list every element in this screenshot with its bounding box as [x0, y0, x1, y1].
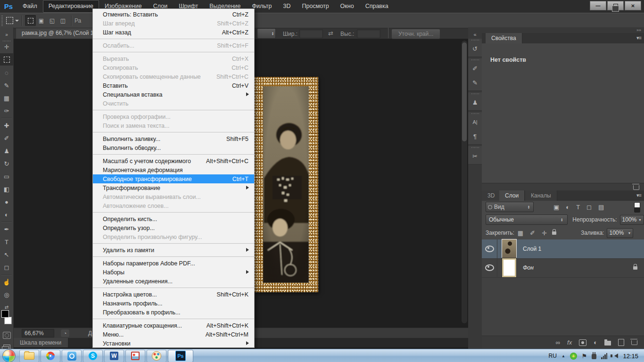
menu-edit[interactable]: Редактирование	[43, 0, 99, 13]
power-icon[interactable]	[592, 354, 596, 359]
lock-transparency-icon[interactable]: ▦	[518, 230, 523, 237]
start-button[interactable]	[2, 349, 16, 362]
brush-panel-icon[interactable]: ✐	[468, 61, 482, 75]
tool-preset-picker[interactable]	[6, 17, 19, 24]
menu-item-adobe-pdf-presets[interactable]: Наборы параметров Adobe PDF...	[93, 259, 254, 268]
canvas-vertical-scrollbar[interactable]	[462, 41, 467, 323]
lock-pixels-icon[interactable]: ✐	[530, 230, 535, 237]
brush-presets-icon[interactable]: ✎	[468, 75, 482, 90]
layer-thumbnail[interactable]	[502, 239, 516, 258]
refine-edge-button[interactable]: Уточн. край...	[391, 29, 440, 39]
menu-item-cut[interactable]: ВырезатьCtrl+X	[93, 54, 254, 63]
menu-item-paste[interactable]: ВставитьCtrl+V	[93, 81, 254, 90]
taskbar-chrome[interactable]	[41, 350, 60, 362]
taskbar-skype[interactable]: S	[83, 350, 103, 362]
layer-name[interactable]: Слой 1	[523, 246, 541, 252]
menu-window[interactable]: Окно	[335, 0, 360, 13]
minimize-button[interactable]: —	[590, 1, 606, 10]
link-layers-icon[interactable]: ∞	[556, 339, 560, 346]
clock[interactable]: 12:15	[623, 353, 638, 360]
tool-rectangular-marquee[interactable]	[0, 53, 13, 66]
history-panel-button[interactable]: ↺	[468, 39, 482, 57]
taskbar-photoshop[interactable]: Ps	[168, 350, 193, 362]
menu-item-auto-align[interactable]: Автоматически выравнивать слои...	[93, 192, 254, 201]
tool-dodge[interactable]: ◐	[0, 208, 13, 221]
layer-row-layer1[interactable]: Слой 1	[482, 239, 644, 259]
tab-properties[interactable]: Свойства	[486, 33, 522, 43]
menu-item-keyboard-shortcuts[interactable]: Клавиатурные сокращения...Alt+Shift+Ctrl…	[93, 321, 254, 330]
menu-item-clear[interactable]: Очистить	[93, 99, 254, 108]
paragraph-panel-icon[interactable]: ¶	[468, 129, 482, 143]
menu-item-copy-merged[interactable]: Скопировать совмещенные данныеShift+Ctrl…	[93, 72, 254, 81]
filter-shape-icon[interactable]: ◻	[586, 204, 592, 211]
layer-row-background[interactable]: Фон	[482, 258, 644, 278]
tab-channels[interactable]: Каналы	[525, 190, 557, 201]
network-icon[interactable]	[601, 353, 607, 359]
zoom-level-field[interactable]: 66,67%	[22, 329, 54, 337]
lock-position-icon[interactable]: ✛	[542, 230, 547, 237]
dock-collapse-icon[interactable]: »»	[482, 27, 644, 33]
selection-mode-add[interactable]: ▣	[36, 15, 47, 26]
menu-item-presets[interactable]: Наборы	[93, 268, 254, 277]
lock-all-icon[interactable]	[552, 231, 556, 235]
restore-button[interactable]	[607, 1, 624, 10]
add-mask-icon[interactable]	[579, 339, 586, 346]
document-tab[interactable]: рамка.jpg @ 66,7% (Слой 1	[16, 27, 100, 39]
tool-eyedropper[interactable]: ✑	[0, 105, 13, 117]
tool-pen[interactable]: ✒	[0, 223, 13, 235]
tool-move[interactable]: ✛	[0, 41, 13, 53]
visibility-toggle[interactable]	[482, 239, 497, 258]
filter-adjustment-icon[interactable]: ◐	[566, 204, 570, 211]
menu-item-fill[interactable]: Выполнить заливку...Shift+F5	[93, 134, 254, 143]
panel-menu-icon[interactable]: ▾≡	[636, 192, 641, 198]
hidden-icons-arrow[interactable]: ▲	[561, 354, 565, 358]
menu-item-step-forward[interactable]: Шаг впередShift+Ctrl+Z	[93, 19, 254, 28]
background-color-swatch[interactable]	[4, 317, 12, 324]
layer-name[interactable]: Фон	[523, 264, 534, 271]
tool-brush[interactable]: ✐	[0, 132, 13, 144]
tool-history-brush[interactable]: ↻	[0, 157, 13, 170]
taskbar-search-app[interactable]	[62, 350, 82, 362]
tool-zoom[interactable]: ◎	[0, 288, 13, 301]
menu-item-define-pattern[interactable]: Определить узор...	[93, 223, 254, 232]
selection-mode-subtract[interactable]: ◱	[47, 15, 58, 26]
menu-view[interactable]: Просмотр	[297, 0, 335, 13]
menu-item-purge[interactable]: Удалить из памяти	[93, 246, 254, 255]
taskbar-explorer[interactable]	[19, 350, 39, 362]
menu-help[interactable]: Справка	[360, 0, 394, 13]
tool-paint-bucket[interactable]: ◧	[0, 183, 13, 195]
style-dropdown[interactable]: ▴▾	[257, 28, 276, 39]
foreground-color-swatch[interactable]	[1, 310, 9, 318]
menu-item-define-brush[interactable]: Определить кисть...	[93, 214, 254, 223]
menu-item-find-replace[interactable]: Поиск и замена текста...	[93, 121, 254, 130]
volume-icon[interactable]	[612, 354, 618, 358]
tool-presets-button[interactable]: ✂	[468, 146, 482, 165]
tool-lasso[interactable]: ◌	[0, 66, 13, 79]
visibility-toggle[interactable]	[482, 258, 497, 277]
width-input[interactable]	[299, 29, 323, 38]
action-center-flag-icon[interactable]: ⚑	[582, 353, 587, 360]
new-layer-icon[interactable]	[618, 339, 624, 346]
taskbar-paint-app[interactable]	[147, 350, 166, 362]
menu-item-color-settings[interactable]: Настройка цветов...Shift+Ctrl+K	[93, 290, 254, 299]
tool-eraser[interactable]: ▭	[0, 170, 13, 182]
antivirus-icon[interactable]: +	[570, 353, 577, 360]
tab-3d[interactable]: 3D	[482, 190, 501, 201]
menu-item-menus[interactable]: Меню...Alt+Shift+Ctrl+M	[93, 330, 254, 339]
filter-smart-object-icon[interactable]: ▤	[598, 204, 604, 211]
panel-menu-icon[interactable]: ▾≡	[636, 35, 641, 41]
tool-shape[interactable]: ◻	[0, 261, 13, 273]
menu-item-paste-special[interactable]: Специальная вставка	[93, 90, 254, 99]
menu-item-check-spelling[interactable]: Проверка орфографии...	[93, 112, 254, 121]
menu-item-step-backward[interactable]: Шаг назадAlt+Ctrl+Z	[93, 28, 254, 37]
menu-file[interactable]: Файл	[17, 0, 43, 13]
tool-path-selection[interactable]: ↖	[0, 248, 13, 261]
layer-thumbnail[interactable]	[502, 258, 516, 277]
selection-mode-intersect[interactable]: ◫	[58, 15, 68, 26]
menu-item-stroke[interactable]: Выполнить обводку...	[93, 143, 254, 152]
tool-quick-selection[interactable]: ✎	[0, 79, 13, 91]
taskbar-word[interactable]: W	[104, 350, 124, 362]
menu-item-puppet-warp[interactable]: Марионеточная деформация	[93, 165, 254, 174]
menu-item-fade[interactable]: Ослабить...Shift+Ctrl+F	[93, 41, 254, 50]
scrollbar-thumb[interactable]	[462, 42, 467, 141]
